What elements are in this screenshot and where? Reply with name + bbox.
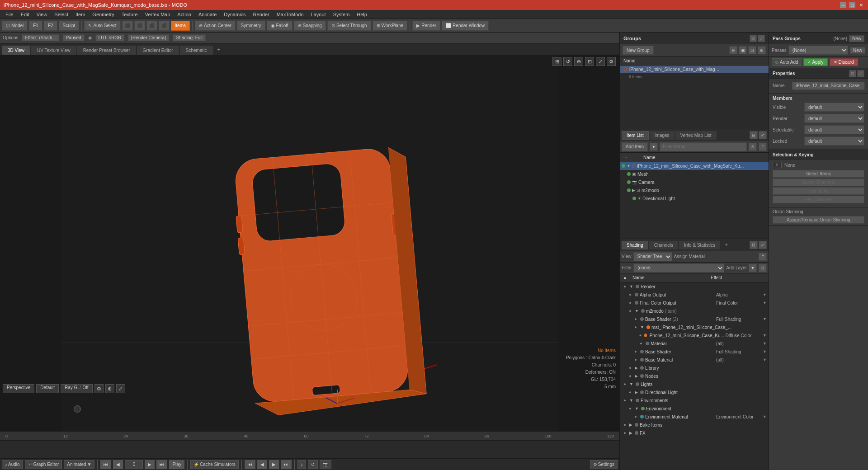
menu-view[interactable]: View <box>33 11 51 18</box>
groups-expand-icon[interactable]: ⊟ <box>750 35 757 42</box>
menu-system[interactable]: System <box>330 11 354 18</box>
perspective-label[interactable]: Perspective <box>3 384 34 393</box>
groups-expand2-icon[interactable]: ⤢ <box>758 35 765 42</box>
skip-end-button[interactable]: ⏭ <box>156 460 167 469</box>
selectable-select[interactable]: default <box>804 125 864 134</box>
add-item-button[interactable]: Add Item <box>622 142 648 151</box>
sh-f-btn[interactable]: F <box>759 253 767 261</box>
mode-icon-1[interactable]: ⬛ <box>122 21 133 31</box>
sh-view-select[interactable]: Shader Tree <box>633 252 672 261</box>
groups-icon-3[interactable]: ⊡ <box>748 46 756 54</box>
groups-icon-1[interactable]: ⊕ <box>729 46 737 54</box>
sh-environment-expand[interactable]: ▼ <box>635 406 639 411</box>
sh-item-mat-iphone[interactable]: ● ▼ mat_iPhone_12_mini_Silicone_Case_... <box>620 323 769 331</box>
menu-dynamics[interactable]: Dynamics <box>220 11 249 18</box>
sh-expand-icon[interactable]: ⊟ <box>750 241 758 249</box>
il-item-m2modo[interactable]: ▶ ⊡ m2modo <box>620 186 769 194</box>
audio-icon-btn[interactable]: ♪ <box>297 460 306 469</box>
workplane-button[interactable]: ⊞ WorkPlane <box>373 21 408 31</box>
filter-s-btn[interactable]: S <box>749 143 757 151</box>
skip-start-button[interactable]: ⏮ <box>100 460 111 469</box>
visible-select[interactable]: default <box>804 103 864 112</box>
key-items-button[interactable]: Key Items <box>773 187 864 195</box>
sh-lib-expand[interactable]: ▶ <box>635 366 638 370</box>
sh-render-expand[interactable]: ▼ <box>629 284 633 289</box>
sh-item-material[interactable]: ● Material (all) ▼ <box>620 339 769 348</box>
sh-dl-expand[interactable]: ▶ <box>635 390 638 395</box>
apply-button[interactable]: ✓ Apply <box>803 58 828 66</box>
tab-uv-texture-view[interactable]: UV Texture View <box>31 46 76 55</box>
tab-3d-view[interactable]: 3D View <box>2 46 30 55</box>
name-field-input[interactable] <box>793 82 864 89</box>
play-button[interactable]: Play <box>169 460 184 469</box>
state-selector[interactable]: Paused <box>63 34 85 41</box>
menu-maxtomodo[interactable]: MaxToModo <box>273 11 307 18</box>
sh-filter-select[interactable]: (none) <box>633 263 724 273</box>
camera-selector[interactable]: (Render Camera) <box>128 34 170 41</box>
maximize-button[interactable]: □ <box>849 2 855 8</box>
f1-button[interactable]: F1 <box>29 21 42 31</box>
symmetry-button[interactable]: Symmetry <box>237 21 265 31</box>
render-select[interactable]: default <box>804 114 864 123</box>
auto-select-button[interactable]: ↖ Auto Select <box>84 21 120 31</box>
playback-icon-4[interactable]: ⏭ <box>281 460 292 469</box>
sh-fx-expand[interactable]: ▶ <box>629 431 632 435</box>
sh-item-bake[interactable]: ● ▶ Bake Items <box>620 421 769 429</box>
sh-item-base-material[interactable]: ● Base Material (all) ▼ <box>620 356 769 364</box>
il-item-camera[interactable]: 📷 Camera <box>620 178 769 186</box>
select-through-button[interactable]: ⊙ Select Through <box>327 21 371 31</box>
sh-item-m2modo[interactable]: ● ▼ m2modo (Item) <box>620 307 769 315</box>
tab-schematic[interactable]: Schematic <box>180 46 213 55</box>
tab-render-preset-browser[interactable]: Render Preset Browser <box>77 46 136 55</box>
settings-button[interactable]: ⚙ Settings <box>590 460 618 469</box>
menu-action[interactable]: Action <box>174 11 195 18</box>
vp-settings-icon[interactable]: ⚙ <box>94 384 104 393</box>
key-channels-button[interactable]: Key Channels <box>773 196 864 203</box>
menu-item[interactable]: Item <box>72 11 89 18</box>
sh-env-expand[interactable]: ▼ <box>629 398 633 403</box>
tab-gradient-editor[interactable]: Gradient Editor <box>137 46 179 55</box>
menu-file[interactable]: File <box>2 11 17 18</box>
step-forward-button[interactable]: ▶ <box>145 460 155 469</box>
sh-bake-expand[interactable]: ▶ <box>629 423 632 427</box>
il-item-dir-light[interactable]: ☀ Directional Light <box>620 194 769 202</box>
items-button[interactable]: Items <box>171 21 190 31</box>
sh-lights-expand[interactable]: ▼ <box>629 382 633 386</box>
default-label[interactable]: Default <box>36 384 59 393</box>
menu-layout[interactable]: Layout <box>307 11 330 18</box>
viewport-lock-icon[interactable]: ⊞ <box>552 57 561 66</box>
sh-item-base-shader[interactable]: ● Base Shader Full Shading ▼ <box>620 348 769 356</box>
timeline-track[interactable] <box>0 441 619 458</box>
il-expand-icon[interactable]: ⊟ <box>750 131 758 139</box>
sh-item-fx[interactable]: ● ▶ FX <box>620 429 769 437</box>
select-items-button[interactable]: Select Items <box>773 170 864 178</box>
close-button[interactable]: ✕ <box>858 2 864 8</box>
sculpt-button[interactable]: Sculpt <box>59 21 80 31</box>
il-tab-images[interactable]: Images <box>650 131 675 140</box>
groups-icon-4[interactable]: ⊞ <box>758 46 766 54</box>
playback-icon-1[interactable]: ⏮ <box>245 460 255 469</box>
il-item-iphone[interactable]: ▼ ⬡ iPhone_12_mini_Silicone_Case_with_Ma… <box>620 162 769 170</box>
shading-selector[interactable]: Shading: Full <box>173 34 205 41</box>
select-channels-button[interactable]: Select Channels <box>773 179 864 186</box>
menu-edit[interactable]: Edit <box>17 11 33 18</box>
sh-item-library[interactable]: ● ▶ Library <box>620 364 769 372</box>
model-button[interactable]: ⬡ Model <box>2 21 28 31</box>
menu-vertex-map[interactable]: Vertex Map <box>142 11 174 18</box>
step-back-button[interactable]: ◀ <box>113 460 123 469</box>
graph-editor-button[interactable]: 〰 Graph Editor <box>25 460 62 469</box>
lut-selector[interactable]: LUT: sRGB <box>95 34 124 41</box>
il-fullscreen-icon[interactable]: ⤢ <box>759 131 767 139</box>
sh-item-iphone-tex[interactable]: ● iPhone_12_mini_Silicone_Case_Ku... Dif… <box>620 331 769 339</box>
viewport-expand-icon[interactable]: ⤢ <box>596 57 605 66</box>
viewport[interactable]: ⊞ ↺ ⊕ ⊡ ⤢ ⚙ <box>0 55 619 431</box>
locked-select[interactable]: default <box>804 136 864 146</box>
new-pass-group-button[interactable]: New <box>849 35 864 42</box>
animated-button[interactable]: Animated ▼ <box>64 460 94 469</box>
sh-item-base-shader2[interactable]: ● Base Shader (2) Full Shading ▼ <box>620 315 769 323</box>
menu-select[interactable]: Select <box>51 11 72 18</box>
new-group-button[interactable]: New Group <box>623 46 654 55</box>
sh-add-layer-icon[interactable]: ▼ <box>749 264 757 272</box>
sh-item-render[interactable]: ● ▼ Render <box>620 282 769 291</box>
sh-tab-channels[interactable]: Channels <box>649 241 678 249</box>
